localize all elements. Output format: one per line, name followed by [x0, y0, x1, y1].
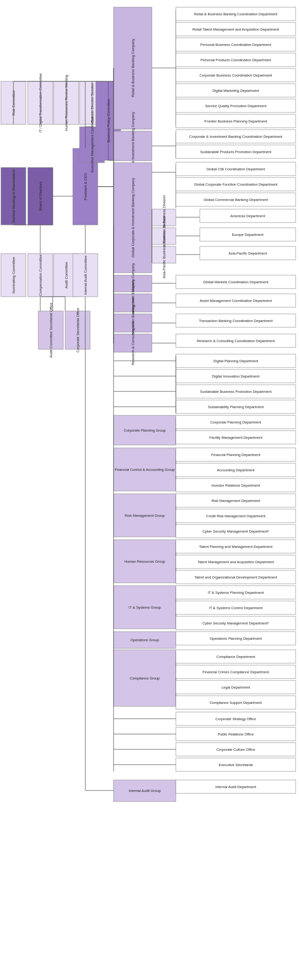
svg-text:Corporate & Investment Banking: Corporate & Investment Banking Coordinat… [189, 134, 283, 139]
svg-text:Public Relations Office: Public Relations Office [218, 732, 253, 736]
svg-text:Corporate Culture Office: Corporate Culture Office [216, 747, 255, 752]
svg-text:Human Resources Group: Human Resources Group [124, 559, 165, 564]
svg-text:Personal Business Coordination: Personal Business Coordination Departmen… [200, 43, 272, 47]
svg-text:Global Markets Coordination De: Global Markets Coordination Department [203, 280, 269, 284]
svg-text:Operations Group: Operations Group [130, 638, 159, 642]
svg-text:Compliance Support Department: Compliance Support Department [209, 701, 262, 705]
svg-text:Corporate Strategy Office: Corporate Strategy Office [216, 717, 256, 721]
svg-text:IT & Systems Planning Departme: IT & Systems Planning Department [208, 590, 264, 595]
svg-text:Digital Planning Department: Digital Planning Department [213, 359, 258, 363]
svg-text:Corporate Secretariat Office: Corporate Secretariat Office [76, 308, 80, 352]
svg-text:Corporate Business Coordinatio: Corporate Business Coordination Departme… [199, 73, 273, 78]
svg-text:Audit Committee Secretariat Of: Audit Committee Secretariat Office [49, 302, 53, 357]
svg-text:Talent Management and Acquisit: Talent Management and Acquisition Depart… [197, 560, 275, 564]
svg-text:Financial Crimes Compliance De: Financial Crimes Compliance Department [203, 670, 270, 674]
svg-text:Global Corporate & Investment : Global Corporate & Investment Banking Co… [131, 178, 135, 258]
svg-text:Nominating Committee: Nominating Committee [12, 257, 16, 293]
svg-text:Research & Consulting Coordina: Research & Consulting Coordination Depar… [197, 339, 276, 343]
svg-text:Internal Audit Department: Internal Audit Department [215, 785, 256, 789]
svg-text:Cyber Security Management Depa: Cyber Security Management Department* [202, 529, 269, 534]
svg-text:IT & Systems Control Departmen: IT & Systems Control Department [209, 606, 263, 610]
svg-text:Audit Committee: Audit Committee [64, 262, 69, 288]
svg-text:Internal Audit Group: Internal Audit Group [129, 789, 161, 793]
svg-text:IT & Systems Group: IT & Systems Group [128, 605, 161, 610]
svg-text:Financial Control & Accounting: Financial Control & Accounting Group [115, 468, 174, 472]
svg-text:Talent Planning and Management: Talent Planning and Management Departmen… [199, 545, 273, 549]
svg-text:Americas Department: Americas Department [230, 214, 265, 218]
svg-text:Financial Planning Department: Financial Planning Department [211, 453, 261, 457]
svg-text:Compliance Group: Compliance Group [130, 676, 160, 680]
svg-text:Compensation Committee: Compensation Committee [38, 255, 43, 296]
svg-text:Investor Relations Department: Investor Relations Department [211, 483, 260, 488]
svg-text:Risk Management Group: Risk Management Group [125, 513, 164, 518]
svg-text:Retail Talent Management and A: Retail Talent Management and Acquisition… [193, 27, 280, 32]
svg-text:Sustainable Business Promotion: Sustainable Business Promotion Departmen… [200, 390, 272, 394]
svg-text:Asia-Pacific Department: Asia-Pacific Department [229, 251, 267, 256]
svg-text:Facility Management Department: Facility Management Department [209, 435, 263, 440]
svg-text:Research & Consulting Unit: Research & Consulting Unit [131, 321, 135, 365]
svg-text:Legal Department: Legal Department [221, 685, 251, 690]
svg-text:Sustainability Planning Depart: Sustainability Planning Department [208, 405, 264, 409]
svg-text:Global Corporate Function Coor: Global Corporate Function Coordination D… [194, 182, 278, 187]
svg-text:Operations Planning Department: Operations Planning Department [209, 636, 262, 641]
org-chart-svg: text { font-family: Arial, sans-serif; f… [0, 5, 299, 980]
svg-text:Corporate Planning Department: Corporate Planning Department [210, 420, 262, 424]
svg-text:Retail & Business Banking Comp: Retail & Business Banking Company [131, 39, 135, 97]
svg-text:Executive Secretariat: Executive Secretariat [219, 763, 253, 767]
svg-text:Corporate Planning Group: Corporate Planning Group [124, 428, 166, 433]
svg-text:Talent and Organizational Deve: Talent and Organizational Development De… [195, 575, 278, 579]
svg-text:Asset Management Coordination : Asset Management Coordination Department [200, 299, 272, 303]
svg-text:Global Commercial Banking Depa: Global Commercial Banking Department [204, 198, 268, 202]
svg-text:Credit Risk Management Departm: Credit Risk Management Department [206, 514, 266, 518]
svg-text:Transaction Banking Coordinati: Transaction Banking Coordination Departm… [199, 319, 273, 323]
svg-text:Frontier Business Planning Dep: Frontier Business Planning Department [205, 119, 268, 123]
svg-text:Asia-Pacific Business Division: Asia-Pacific Business Division [162, 231, 166, 278]
svg-text:Service Quality Promotion Depa: Service Quality Promotion Department [205, 104, 267, 108]
svg-text:Cyber Security Management Depa: Cyber Security Management Department* [202, 621, 269, 625]
svg-text:Risk Management Department: Risk Management Department [211, 499, 261, 503]
svg-text:Retail & Business Banking Coor: Retail & Business Banking Coordination D… [194, 12, 278, 16]
org-chart: text { font-family: Arial, sans-serif; f… [0, 0, 299, 980]
svg-text:Global CIB Coordination Depart: Global CIB Coordination Department [207, 167, 265, 171]
svg-text:Internal Audit Committee: Internal Audit Committee [83, 256, 88, 295]
svg-text:Digital Marketing Department: Digital Marketing Department [212, 89, 259, 93]
svg-text:Compliance Department: Compliance Department [217, 655, 256, 659]
svg-text:Personal Products Coordination: Personal Products Coordination Departmen… [200, 58, 271, 62]
svg-text:Europe Department: Europe Department [232, 233, 264, 237]
svg-text:Sustainable Products Promotion: Sustainable Products Promotion Departmen… [200, 150, 272, 154]
svg-text:Accounting Department: Accounting Department [217, 468, 255, 472]
svg-text:President & CEO: President & CEO [83, 173, 88, 200]
svg-text:Board of Directors: Board of Directors [38, 182, 43, 211]
svg-text:Digital Innovation Department: Digital Innovation Department [212, 374, 260, 379]
